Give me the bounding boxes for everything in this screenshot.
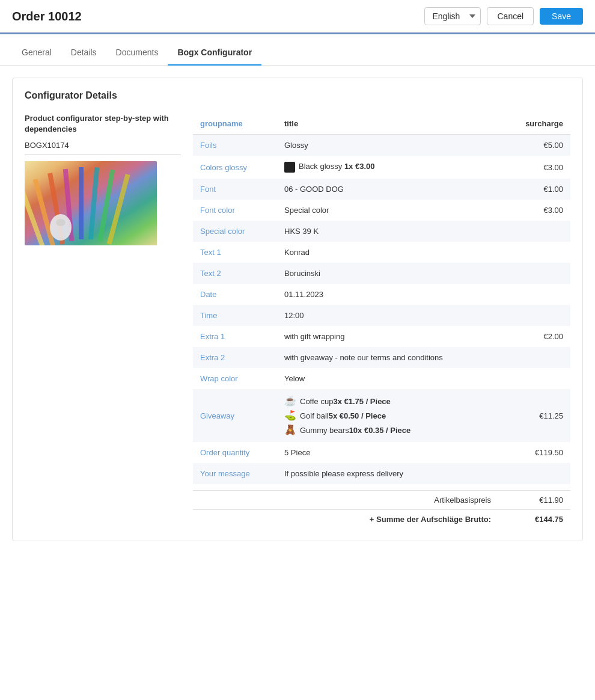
product-image [25,161,157,245]
cancel-button[interactable]: Cancel [487,7,534,25]
groupname-cell: Text 2 [193,263,277,284]
table-row: Special colorHKS 39 K [193,221,570,242]
surcharge-total-row: + Summe der Aufschläge Brutto: €144.75 [193,509,570,529]
tab-details[interactable]: Details [61,40,106,66]
table-row: Text 1Konrad [193,242,570,263]
groupname-cell: Order quantity [193,442,277,463]
configurator-card: Configurator Details Product configurato… [12,78,583,541]
product-info: Product configurator step-by-step with d… [25,113,193,529]
groupname-cell: Special color [193,221,277,242]
base-price-value: €11.90 [515,496,563,505]
surcharge-cell [510,221,570,242]
tab-documents[interactable]: Documents [106,40,168,66]
bold-text: 1x €3.00 [344,162,375,171]
giveaway-item-icon: ☕ [284,395,296,407]
svg-point-11 [50,214,72,241]
surcharge-cell [510,347,570,368]
title-cell: Konrad [277,242,510,263]
title-cell: with giveaway - note our terms and condi… [277,347,510,368]
col-groupname: groupname [193,113,277,135]
table-row: Font colorSpecial color€3.00 [193,200,570,221]
giveaway-item-bold: 5x €0.50 / Piece [329,411,386,420]
groupname-cell: Extra 2 [193,347,277,368]
title-cell: Glossy [277,135,510,156]
giveaway-item-bold: 3x €1.75 / Piece [333,397,390,406]
title-cell: Black glossy 1x €3.00 [277,156,510,179]
giveaway-item-icon: ⛳ [284,410,296,422]
giveaway-item: 🧸Gummy bears 10x €0.35 / Piece [284,424,503,436]
main-content: Configurator Details Product configurato… [0,66,595,553]
surcharge-cell: €1.00 [510,179,570,200]
header-actions: English Deutsch Cancel Save [424,7,583,25]
base-price-label: Artikelbasispreis [434,496,491,505]
title-cell: 12:00 [277,305,510,326]
title-cell: Yelow [277,368,510,389]
groupname-cell: Wrap color [193,368,277,389]
surcharge-total-value: €144.75 [515,515,563,524]
surcharge-cell: €5.00 [510,135,570,156]
surcharge-cell [510,242,570,263]
page-header: Order 10012 English Deutsch Cancel Save [0,0,595,34]
groupname-cell: Time [193,305,277,326]
groupname-cell: Giveaway [193,389,277,442]
title-cell: with gift wrapping [277,326,510,347]
language-select[interactable]: English Deutsch [424,7,481,25]
groupname-cell: Date [193,284,277,305]
title-cell: ☕Coffe cup 3x €1.75 / Piece⛳Golf ball 5x… [277,389,510,442]
tab-bogx-configurator[interactable]: Bogx Configurator [168,40,261,66]
giveaway-item: ⛳Golf ball 5x €0.50 / Piece [284,410,503,422]
groupname-cell: Colors glossy [193,156,277,179]
table-row: Extra 1with gift wrapping€2.00 [193,326,570,347]
surcharge-cell: €3.00 [510,200,570,221]
totals-section: Artikelbasispreis €11.90 + Summe der Auf… [193,484,570,529]
surcharge-cell: €119.50 [510,442,570,463]
tab-bar: General Details Documents Bogx Configura… [0,40,595,66]
groupname-cell: Extra 1 [193,326,277,347]
surcharge-cell [510,305,570,326]
title-cell: Borucinski [277,263,510,284]
table-row: Time12:00 [193,305,570,326]
table-row: Date01.11.2023 [193,284,570,305]
groupname-cell: Text 1 [193,242,277,263]
giveaway-item: ☕Coffe cup 3x €1.75 / Piece [284,395,503,407]
giveaway-item-icon: 🧸 [284,424,296,436]
groupname-cell: Your message [193,463,277,484]
table-row: Font06 - GOOD DOG€1.00 [193,179,570,200]
configurations-table: groupname title surcharge FoilsGlossy€5.… [193,113,570,484]
col-title: title [277,113,510,135]
col-surcharge: surcharge [510,113,570,135]
save-button[interactable]: Save [540,8,583,25]
color-swatch-icon [284,162,295,173]
tab-general[interactable]: General [12,40,61,66]
table-row: Extra 2with giveaway - note our terms an… [193,347,570,368]
surcharge-cell [510,463,570,484]
table-row: Wrap colorYelow [193,368,570,389]
groupname-cell: Foils [193,135,277,156]
table-row: Your messageIf possible please express d… [193,463,570,484]
surcharge-cell [510,284,570,305]
title-cell: 06 - GOOD DOG [277,179,510,200]
surcharge-total-label: + Summe der Aufschläge Brutto: [370,515,491,524]
title-cell: 01.11.2023 [277,284,510,305]
surcharge-cell: €2.00 [510,326,570,347]
svg-point-12 [56,219,66,226]
surcharge-cell: €11.25 [510,389,570,442]
product-id: BOGX10174 [25,141,181,155]
table-row: Text 2Borucinski [193,263,570,284]
product-section: Product configurator step-by-step with d… [25,113,570,529]
title-cell: HKS 39 K [277,221,510,242]
base-price-row: Artikelbasispreis €11.90 [193,490,570,509]
card-title: Configurator Details [25,90,570,101]
surcharge-cell [510,263,570,284]
title-cell: 5 Piece [277,442,510,463]
page-title: Order 10012 [12,10,82,23]
table-row: Giveaway☕Coffe cup 3x €1.75 / Piece⛳Golf… [193,389,570,442]
groupname-cell: Font color [193,200,277,221]
svg-rect-7 [79,167,84,239]
table-row: Colors glossyBlack glossy 1x €3.00€3.00 [193,156,570,179]
title-cell: Special color [277,200,510,221]
table-row: FoilsGlossy€5.00 [193,135,570,156]
config-table: groupname title surcharge FoilsGlossy€5.… [193,113,570,529]
surcharge-cell [510,368,570,389]
table-row: Order quantity5 Piece€119.50 [193,442,570,463]
